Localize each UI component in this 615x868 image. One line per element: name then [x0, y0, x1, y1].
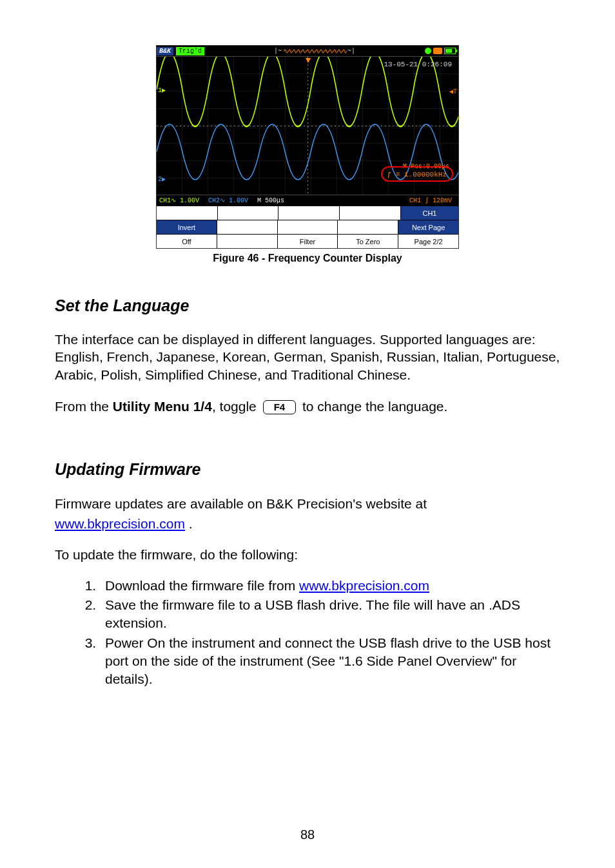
scope-top-bar: B&K Trig'd |~∿∿∿∿∿∿∿∿∿∿∿∿∿∿~| [157, 46, 458, 56]
ch2-scale: CH2∿ 1.00V [208, 197, 248, 204]
text-mid: , toggle [212, 399, 260, 414]
heading-set-language: Set the Language [55, 296, 560, 315]
blank-cell [277, 220, 338, 234]
scope-status-bar: CH1∿ 1.00V CH2∿ 1.00V M 500μs CH1 ∫ 120m… [157, 195, 458, 206]
softkey-invert-value: Off [157, 235, 217, 248]
blank-cell [339, 206, 400, 220]
softkey-nextpage-label: Next Page [398, 220, 458, 234]
blank-cell [217, 206, 278, 220]
step-2: Save the firmware file to a USB flash dr… [100, 596, 560, 633]
blank-cell [217, 220, 277, 234]
ch1-scale: CH1∿ 1.00V [159, 197, 199, 204]
text: Firmware updates are available on B&K Pr… [55, 496, 427, 511]
blank-cell [278, 206, 339, 220]
trigger-status: Trig'd [176, 47, 204, 55]
text-pre: From the [55, 399, 113, 414]
softkey-page: Page 2/2 [398, 235, 458, 248]
page-number: 88 [0, 827, 615, 842]
softkey-invert-label: Invert [157, 220, 217, 234]
step-1: Download the firmware file from www.bkpr… [100, 577, 560, 595]
ch1-tag: CH1 [400, 206, 458, 220]
datetime-label: 13-05-21 0:26:09 [384, 61, 452, 68]
figure-46: B&K Trig'd |~∿∿∿∿∿∿∿∿∿∿∿∿∿∿~| 1▶ 2▶ ◀T 1… [55, 45, 560, 264]
blank-cell [217, 235, 277, 248]
firmware-steps-list: Download the firmware file from www.bkpr… [55, 577, 560, 689]
f4-key-icon: F4 [263, 400, 297, 414]
waveform-grid: 1▶ 2▶ ◀T 13-05-21 0:26:09 M Pos:0.00μs ƒ… [157, 56, 458, 195]
softkey-tozero: To Zero [337, 235, 398, 248]
svg-marker-0 [306, 58, 311, 63]
firmware-steps-intro: To update the firmware, do the following… [55, 545, 560, 564]
language-paragraph: The interface can be displayed in differ… [55, 331, 560, 383]
blank-cell [157, 206, 217, 220]
text-post: to change the language. [298, 399, 447, 414]
text: . [185, 516, 193, 531]
step-3: Power On the instrument and connect the … [100, 634, 560, 689]
run-icon [425, 48, 431, 54]
softkey-menu: CH1 Invert Next Page Off Filter To Zero … [157, 206, 458, 248]
figure-caption: Figure 46 - Frequency Counter Display [55, 253, 560, 264]
firmware-intro: Firmware updates are available on B&K Pr… [55, 494, 560, 534]
utility-menu-bold: Utility Menu 1/4 [113, 399, 212, 414]
blank-cell [337, 220, 398, 234]
top-waveform-icon: |~∿∿∿∿∿∿∿∿∿∿∿∿∿∿~| [204, 47, 425, 55]
frequency-highlight: ƒ = 1.00000kHz [381, 166, 453, 182]
softkey-filter: Filter [277, 235, 338, 248]
language-instruction: From the Utility Menu 1/4, toggle F4 to … [55, 398, 560, 415]
trigger-marker: ◀T [449, 88, 457, 95]
battery-icon [444, 48, 456, 54]
ch2-marker: 2▶ [158, 175, 166, 183]
usb-icon [433, 48, 442, 54]
timebase-label: M 500μs [257, 197, 284, 204]
oscilloscope-screenshot: B&K Trig'd |~∿∿∿∿∿∿∿∿∿∿∿∿∿∿~| 1▶ 2▶ ◀T 1… [156, 45, 459, 249]
text: Download the firmware file from [105, 578, 299, 593]
heading-updating-firmware: Updating Firmware [55, 460, 560, 479]
bkprecision-link[interactable]: www.bkprecision.com [299, 578, 429, 593]
bkprecision-link[interactable]: www.bkprecision.com [55, 516, 185, 531]
frequency-value: ƒ = 1.00000kHz [387, 171, 447, 178]
ch1-marker: 1▶ [158, 86, 166, 94]
brand-label: B&K [157, 47, 173, 55]
trigger-source: CH1 ∫ 120mV [409, 197, 456, 204]
status-icons [425, 48, 458, 54]
